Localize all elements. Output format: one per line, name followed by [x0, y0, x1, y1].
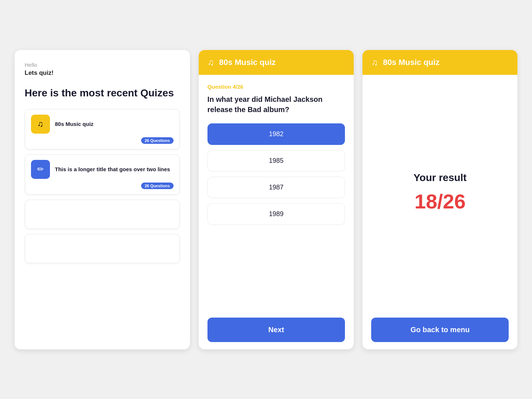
answers-list: 1982 1985 1987 1989 [207, 123, 345, 303]
quiz-card-2-badge: 26 Questions [141, 183, 174, 189]
result-body: Your result 18/26 [362, 75, 517, 310]
result-score: 18/26 [415, 189, 466, 213]
quiz-card-1-title: 80s Music quiz [55, 120, 94, 128]
middle-panel: ♫ 80s Music quiz Question 4/26 In what y… [199, 50, 354, 349]
quiz-card-1[interactable]: ♫ 80s Music quiz 26 Questions [25, 109, 180, 149]
middle-header-title: 80s Music quiz [219, 58, 276, 67]
next-button[interactable]: Next [207, 318, 345, 342]
quiz-card-2-footer: 26 Questions [31, 183, 174, 189]
answer-btn-1985[interactable]: 1985 [207, 150, 345, 172]
left-panel: Hello Lets quiz! Here is the most recent… [15, 50, 190, 349]
answer-btn-1987[interactable]: 1987 [207, 177, 345, 198]
quiz-icon-1: ♫ [31, 115, 50, 134]
question-text: In what year did Michael Jackson release… [207, 94, 345, 115]
go-back-button[interactable]: Go back to menu [371, 318, 509, 342]
quiz-card-2[interactable]: ✏ This is a longer title that goes over … [25, 154, 180, 195]
right-music-icon: ♫ [371, 57, 378, 68]
right-footer: Go back to menu [362, 310, 517, 349]
quiz-list: ♫ 80s Music quiz 26 Questions ✏ This is … [25, 109, 180, 263]
right-panel: ♫ 80s Music quiz Your result 18/26 Go ba… [362, 50, 517, 349]
quiz-card-2-content: ✏ This is a longer title that goes over … [31, 160, 174, 179]
middle-header: ♫ 80s Music quiz [199, 50, 354, 75]
pencil-icon: ✏ [37, 165, 44, 174]
section-title: Here is the most recent Quizes [25, 87, 180, 99]
answer-btn-1982[interactable]: 1982 [207, 123, 345, 145]
app-container: Hello Lets quiz! Here is the most recent… [15, 50, 518, 349]
greeting-sub: Hello [25, 62, 180, 68]
music-note-icon: ♫ [37, 119, 43, 129]
quiz-card-1-footer: 26 Questions [31, 137, 174, 144]
right-header: ♫ 80s Music quiz [362, 50, 517, 75]
quiz-icon-2: ✏ [31, 160, 50, 179]
question-label: Question 4/26 [207, 84, 345, 90]
answer-btn-1989[interactable]: 1989 [207, 203, 345, 225]
middle-footer: Next [199, 310, 354, 349]
greeting-main: Lets quiz! [25, 69, 180, 77]
result-label: Your result [413, 172, 467, 184]
middle-music-icon: ♫ [207, 57, 214, 68]
middle-body: Question 4/26 In what year did Michael J… [199, 75, 354, 310]
quiz-card-1-badge: 26 Questions [141, 137, 174, 144]
quiz-card-empty-1 [25, 200, 180, 229]
quiz-card-empty-2 [25, 234, 180, 263]
quiz-card-2-title: This is a longer title that goes over tw… [55, 166, 170, 173]
quiz-card-1-content: ♫ 80s Music quiz [31, 115, 174, 134]
right-header-title: 80s Music quiz [383, 58, 439, 67]
